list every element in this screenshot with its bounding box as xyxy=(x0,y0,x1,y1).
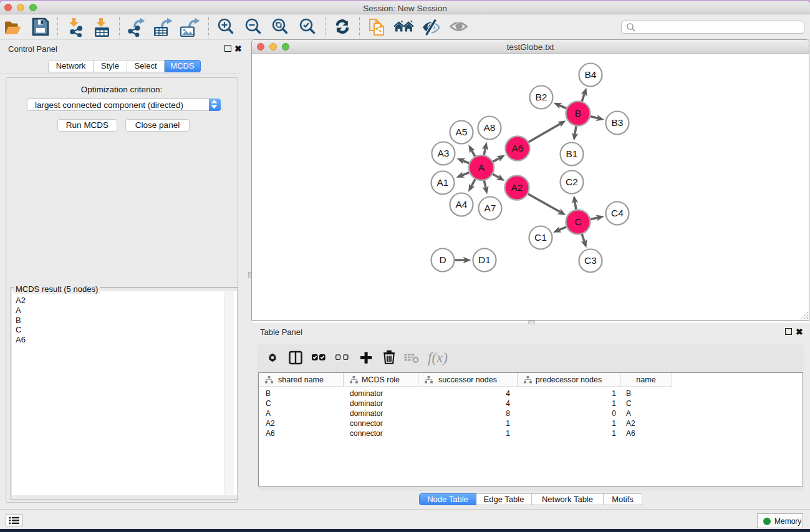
svg-text:A4: A4 xyxy=(456,199,468,210)
svg-text:B2: B2 xyxy=(536,92,547,102)
svg-text:A1: A1 xyxy=(437,177,449,188)
svg-text:A: A xyxy=(478,162,485,173)
svg-text:A3: A3 xyxy=(438,148,450,158)
svg-text:f(x): f(x) xyxy=(428,350,448,365)
svg-text:A7: A7 xyxy=(485,203,496,213)
svg-text:B: B xyxy=(575,108,581,118)
svg-text:C4: C4 xyxy=(611,208,624,218)
svg-text:A8: A8 xyxy=(484,122,496,133)
svg-text:B4: B4 xyxy=(585,69,597,80)
svg-text:C3: C3 xyxy=(584,255,597,266)
svg-text:A2: A2 xyxy=(511,182,523,193)
svg-text:D: D xyxy=(439,254,446,265)
svg-text:A6: A6 xyxy=(512,143,524,153)
svg-text:A5: A5 xyxy=(456,127,468,137)
svg-text:B3: B3 xyxy=(612,117,624,128)
svg-text:C: C xyxy=(574,216,581,227)
svg-text:D1: D1 xyxy=(478,254,491,265)
svg-text:B1: B1 xyxy=(566,148,578,159)
svg-text:C1: C1 xyxy=(534,232,547,243)
svg-text:C2: C2 xyxy=(566,177,578,187)
